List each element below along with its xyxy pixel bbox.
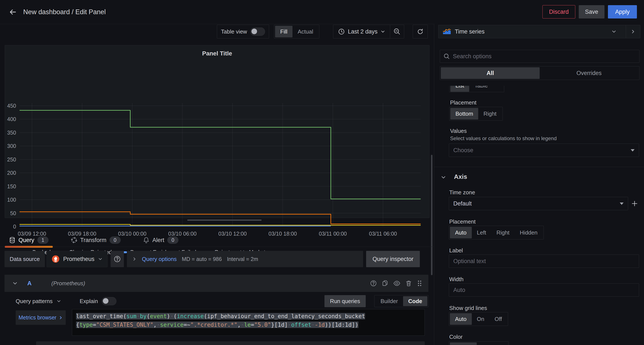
axis-collapse-icon[interactable] (441, 175, 446, 180)
angle-right-icon (58, 315, 63, 320)
tab-transform[interactable]: Transform 0 (66, 234, 125, 246)
run-queries-button[interactable]: Run queries (324, 295, 366, 307)
values-select-placeholder: Choose (453, 147, 473, 154)
code-line: {type="CSM_STATES_ONLY",·service=~".*cre… (76, 320, 421, 329)
time-series-chart[interactable]: 05010015020025030035040045003/09 12:0003… (5, 78, 430, 241)
collapse-icon[interactable] (12, 280, 18, 286)
query-options-link[interactable]: Query options (142, 256, 177, 262)
trash-icon[interactable] (405, 280, 412, 287)
table-view-toggle[interactable] (250, 28, 265, 36)
time-zone-select[interactable]: Default (449, 197, 628, 210)
tabs-separator (0, 246, 434, 247)
time-range-picker[interactable]: Last 2 days (333, 25, 390, 38)
legend-mode-table[interactable]: Table (469, 86, 493, 92)
query-patterns-dropdown[interactable]: Query patterns (16, 298, 61, 304)
explain-toggle-group: Explain (80, 297, 116, 305)
interval: Interval = 2m (227, 256, 258, 262)
transform-icon (71, 237, 77, 243)
tab-query[interactable]: Query 1 (5, 234, 53, 246)
svg-text:0: 0 (13, 224, 16, 230)
tab-query-label: Query (18, 237, 34, 243)
legend-placement-group: Bottom Right (449, 107, 503, 121)
add-time-zone-button[interactable] (631, 200, 638, 207)
grid-on[interactable]: On (472, 313, 490, 325)
save-button[interactable]: Save (579, 5, 604, 19)
pane-resize-handle[interactable] (187, 219, 262, 221)
discard-button[interactable]: Discard (542, 5, 575, 19)
chevron-down-icon (620, 202, 624, 205)
datasource-label: Data source (4, 251, 45, 267)
placement-right[interactable]: Right (478, 108, 502, 120)
angle-right-icon (630, 29, 636, 34)
panel-preview: Panel Title 0501001502002503003504004500… (5, 45, 430, 218)
tab-overrides[interactable]: Overrides (540, 67, 638, 79)
axis-width-input[interactable]: Auto (449, 283, 639, 297)
placement-bottom[interactable]: Bottom (450, 108, 478, 120)
scrollbar-thumb[interactable] (431, 155, 432, 275)
time-range-label: Last 2 days (348, 28, 378, 35)
help-circle-icon[interactable] (370, 280, 377, 287)
clock-icon (338, 28, 345, 35)
color-mode-group-clipped[interactable] (449, 341, 508, 345)
apply-button[interactable]: Apply (608, 5, 637, 19)
database-icon (9, 237, 16, 243)
axis-placement-left[interactable]: Left (472, 227, 491, 238)
options-row-partial[interactable] (36, 341, 425, 345)
svg-text:250: 250 (7, 156, 16, 163)
svg-text:03/10 18:00: 03/10 18:00 (268, 231, 297, 237)
prometheus-icon (52, 255, 60, 263)
fill-option[interactable]: Fill (275, 26, 292, 37)
code-editor[interactable]: last_over_time(sum·by(event)·(increase(i… (72, 309, 425, 336)
axis-placement-auto[interactable]: Auto (450, 227, 472, 238)
time-range-group: Last 2 days (333, 25, 404, 39)
svg-text:03/11 00:00: 03/11 00:00 (319, 231, 347, 237)
values-select[interactable]: Choose (449, 144, 639, 157)
chevron-down-icon (611, 29, 616, 34)
axis-placement-right[interactable]: Right (491, 227, 515, 238)
eye-icon[interactable] (393, 280, 400, 287)
tab-query-count: 1 (37, 236, 48, 244)
legend-mode-list[interactable]: List (450, 86, 469, 92)
plus-icon (631, 200, 638, 207)
explain-toggle[interactable] (102, 297, 116, 305)
zoom-out-button[interactable] (390, 25, 404, 38)
refresh-button[interactable] (413, 25, 428, 39)
editor-tabs: Query 1 Transform 0 Alert 0 (5, 234, 183, 246)
metrics-browser-label: Metrics browser (18, 314, 56, 321)
visualization-select[interactable]: Time series (438, 25, 640, 38)
axis-section-title[interactable]: Axis (454, 173, 467, 180)
actual-option[interactable]: Actual (292, 26, 318, 37)
search-minus-icon (394, 28, 401, 35)
legend-placement-label: Placement (450, 99, 476, 106)
axis-placement-hidden[interactable]: Hidden (515, 227, 543, 238)
query-toolbar-row: Query patterns Explain Run queries Build… (4, 295, 428, 307)
search-icon (444, 53, 450, 60)
bell-icon (143, 237, 150, 243)
axis-label-input[interactable]: Optional text (449, 254, 639, 268)
grid-auto[interactable]: Auto (450, 313, 472, 325)
builder-mode[interactable]: Builder (375, 296, 403, 306)
angle-right-icon[interactable] (132, 257, 137, 261)
back-arrow-icon[interactable] (8, 8, 17, 16)
chevron-down-icon (98, 257, 103, 261)
datasource-help-button[interactable] (110, 251, 124, 267)
editor-mode-group: Builder Code (374, 295, 428, 307)
chevron-down-icon (56, 299, 61, 303)
query-datasource-hint: (Prometheus) (51, 280, 85, 287)
tab-alert[interactable]: Alert 0 (139, 234, 183, 246)
query-options-bar: Query options MD = auto = 986 Interval =… (127, 251, 363, 267)
axis-placement-label: Placement (449, 218, 476, 225)
code-mode[interactable]: Code (403, 296, 427, 306)
metrics-browser-button[interactable]: Metrics browser (16, 310, 66, 325)
fill-actual-group: Fill Actual (274, 25, 319, 39)
drag-handle-icon[interactable] (417, 280, 422, 287)
expand-options-button[interactable] (626, 25, 640, 38)
options-search-placeholder: Search options (453, 53, 492, 60)
duplicate-icon[interactable] (382, 280, 388, 287)
datasource-select[interactable]: Prometheus (46, 251, 108, 267)
query-row-header[interactable]: A (Prometheus) (4, 275, 428, 292)
query-inspector-button[interactable]: Query inspector (366, 251, 420, 267)
grid-off[interactable]: Off (490, 313, 507, 325)
options-search[interactable]: Search options (440, 50, 640, 63)
tab-all[interactable]: All (441, 67, 540, 79)
